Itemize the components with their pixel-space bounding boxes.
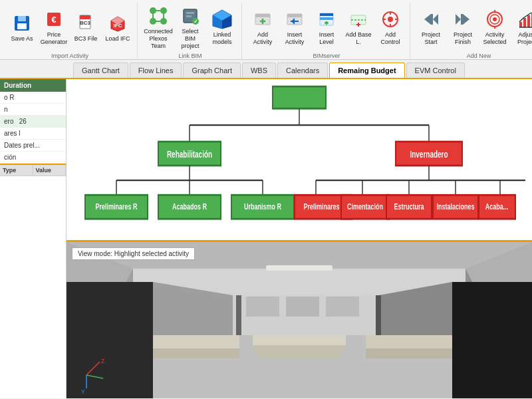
svg-rect-91 <box>158 195 221 219</box>
linked-models-button[interactable]: Linked models <box>207 6 237 48</box>
toolbar-items-linkbim: Connected Plexos Team ✓ Select BIM proje… <box>143 3 237 51</box>
svg-text:Y: Y <box>81 388 85 395</box>
project-finish-button[interactable]: Project Finish <box>448 6 478 48</box>
svg-text:Rehabilitación: Rehabilitación <box>167 149 212 160</box>
adjust-project-button[interactable]: Adjust Project <box>511 6 532 48</box>
save-icon <box>11 13 33 34</box>
svg-text:Z: Z <box>101 358 105 364</box>
svg-rect-39 <box>320 17 333 20</box>
svg-rect-21 <box>186 12 194 14</box>
svg-rect-38 <box>320 13 333 16</box>
select-bim-project-button[interactable]: ✓ Select BIM project <box>175 3 205 51</box>
project-start-button[interactable]: Project Start <box>416 6 446 48</box>
bimserver-group-label: BIMserver <box>247 53 406 59</box>
type-col-header: Type <box>0 165 33 176</box>
tab-wbs[interactable]: WBS <box>242 63 276 78</box>
svg-rect-74 <box>273 86 326 108</box>
svg-text:Instalaciones: Instalaciones <box>436 202 474 211</box>
content-area: Rehabilitación Invernadero Preliminares … <box>66 79 532 398</box>
svg-rect-22 <box>186 15 192 17</box>
price-generator-button[interactable]: € Price Generator <box>39 6 69 48</box>
svg-marker-118 <box>66 282 153 398</box>
svg-text:Cimentación: Cimentación <box>347 202 383 211</box>
svg-marker-119 <box>452 282 532 398</box>
add-control-icon <box>380 9 401 30</box>
wbs-chart-area: Rehabilitación Invernadero Preliminares … <box>66 79 532 242</box>
save-as-button[interactable]: Save As <box>7 8 37 47</box>
svg-rect-131 <box>236 295 241 335</box>
svg-marker-55 <box>463 14 469 25</box>
select-bim-icon: ✓ <box>180 5 201 27</box>
svg-rect-136 <box>266 265 332 271</box>
add-activity-button[interactable]: Add Activity <box>247 6 278 48</box>
svg-marker-129 <box>253 335 346 345</box>
linked-models-icon <box>211 9 233 30</box>
sidebar-row-1: o R <box>0 92 66 104</box>
svg-text:Acaba...: Acaba... <box>485 202 509 211</box>
toolbar-items-import: Save As € Price Generator BC3 BC3 File <box>7 3 133 51</box>
add-control-button[interactable]: Add Control <box>375 6 406 48</box>
linkbim-group-label: Link BIM <box>143 53 237 59</box>
toolbar-group-bimserver: Add Activity Insert Activity <box>243 3 410 61</box>
load-ifc-button[interactable]: IFC Load IFC <box>102 8 133 47</box>
svg-rect-93 <box>231 195 294 219</box>
sidebar-row-6: ción <box>0 152 66 164</box>
insert-level-button[interactable]: Insert Level <box>311 6 342 48</box>
insert-activity-button[interactable]: Insert Activity <box>279 6 310 48</box>
svg-rect-34 <box>287 14 302 17</box>
tab-gantt-chart[interactable]: Gantt Chart <box>73 63 128 78</box>
svg-text:IFC: IFC <box>114 23 122 29</box>
add-base-l-button[interactable]: Add Base L. <box>343 6 374 48</box>
toolbar-row: Save As € Price Generator BC3 BC3 File <box>0 0 532 61</box>
tab-evm-control[interactable]: EVM Control <box>406 63 465 78</box>
import-group-label: Import Activity <box>7 53 133 59</box>
svg-point-60 <box>493 17 497 21</box>
sidebar-row-5: Dates prel... <box>0 140 66 152</box>
tab-flow-lines[interactable]: Flow Lines <box>130 63 182 78</box>
svg-marker-54 <box>433 14 438 25</box>
svg-text:€: € <box>51 15 56 25</box>
tab-remaining-budget[interactable]: Remaing Budget <box>329 63 404 78</box>
svg-text:Acabados R: Acabados R <box>172 202 207 211</box>
add-base-l-icon <box>348 9 369 30</box>
sidebar-row-4: ares l <box>0 128 66 140</box>
svg-rect-110 <box>479 195 515 219</box>
svg-rect-106 <box>386 195 432 219</box>
svg-text:Urbanismo R: Urbanismo R <box>244 202 281 211</box>
tab-calendars[interactable]: Calendars <box>277 63 328 78</box>
left-sidebar: Duration o R n ero 26 ares l Dates prel.… <box>0 79 66 398</box>
svg-marker-130 <box>253 345 346 358</box>
svg-rect-30 <box>255 14 270 17</box>
svg-marker-127 <box>366 335 452 348</box>
svg-rect-65 <box>527 15 530 27</box>
svg-rect-133 <box>246 297 279 317</box>
bc3-file-button[interactable]: BC3 BC3 File <box>70 8 101 47</box>
toolbar-group-import: Save As € Price Generator BC3 BC3 File <box>3 3 138 61</box>
svg-rect-82 <box>396 142 462 166</box>
svg-rect-80 <box>158 142 221 166</box>
tab-graph-chart[interactable]: Graph Chart <box>183 63 241 78</box>
svg-rect-56 <box>461 14 463 25</box>
svg-rect-132 <box>376 295 381 335</box>
connected-plexos-button[interactable]: Connected Plexos Team <box>143 3 174 51</box>
sidebar-row-3: ero 26 <box>0 116 66 128</box>
connected-plexos-icon <box>148 5 169 27</box>
toolbar-items-bimserver: Add Activity Insert Activity <box>247 3 406 51</box>
insert-activity-icon <box>284 9 305 30</box>
svg-text:Invernadero: Invernadero <box>410 149 448 160</box>
sidebar-row-2: n <box>0 104 66 116</box>
project-finish-icon <box>452 9 473 30</box>
addnew-group-label: Add New <box>416 53 532 59</box>
insert-level-icon <box>316 9 337 30</box>
activity-selected-button[interactable]: Activity Selected <box>479 6 510 48</box>
view-3d-area: View mode: Highlight selected activity <box>66 242 532 398</box>
view-mode-label: View mode: Highlight selected activity <box>72 247 195 260</box>
svg-marker-57 <box>456 14 461 25</box>
svg-text:Preliminares I: Preliminares I <box>303 202 342 211</box>
svg-marker-125 <box>153 335 239 348</box>
price-icon: € <box>43 9 65 30</box>
svg-text:Estructura: Estructura <box>394 202 424 211</box>
toolbar: Save As € Price Generator BC3 BC3 File <box>0 0 532 60</box>
svg-text:BC3: BC3 <box>80 20 91 26</box>
svg-rect-89 <box>85 195 148 219</box>
